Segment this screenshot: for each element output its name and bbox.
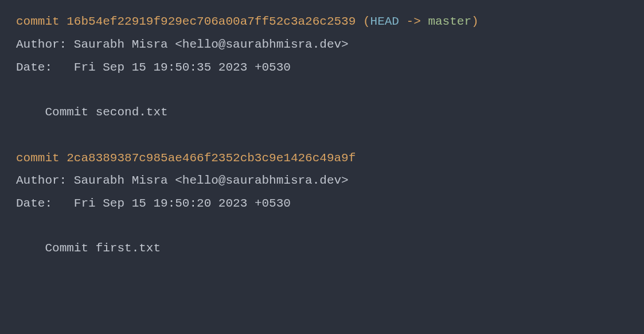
author-line: Author: Saurabh Misra <hello@saurabhmisr… <box>16 33 628 56</box>
message-indent <box>16 106 45 119</box>
author-label: Author: <box>16 174 74 187</box>
author-line: Author: Saurabh Misra <hello@saurabhmisr… <box>16 169 628 192</box>
commit-hash-line: commit 2ca8389387c985ae466f2352cb3c9e142… <box>16 147 628 170</box>
commit-message-line: Commit second.txt <box>16 101 628 124</box>
author-label: Author: <box>16 38 74 51</box>
message-indent <box>16 242 45 255</box>
commit-entry: commit 16b54ef22919f929ec706a00a7ff52c3a… <box>16 10 628 124</box>
commit-label: commit <box>16 15 67 28</box>
commit-message: Commit first.txt <box>45 242 161 255</box>
commit-message: Commit second.txt <box>45 106 167 119</box>
date-label: Date: <box>16 61 74 74</box>
head-ref: HEAD <box>370 15 399 28</box>
date-label: Date: <box>16 197 74 210</box>
ref-close-paren: ) <box>471 15 479 28</box>
commit-message-line: Commit first.txt <box>16 237 628 260</box>
commit-hash: 16b54ef22919f929ec706a00a7ff52c3a26c2539 <box>67 15 356 28</box>
ref-arrow: -> <box>399 15 428 28</box>
date-value: Fri Sep 15 19:50:20 2023 +0530 <box>74 197 291 210</box>
branch-ref: master <box>428 15 471 28</box>
commit-hash-line: commit 16b54ef22919f929ec706a00a7ff52c3a… <box>16 10 628 33</box>
date-line: Date: Fri Sep 15 19:50:35 2023 +0530 <box>16 56 628 79</box>
author-value: Saurabh Misra <hello@saurabhmisra.dev> <box>74 174 349 187</box>
ref-open-paren: ( <box>356 15 370 28</box>
commit-entry: commit 2ca8389387c985ae466f2352cb3c9e142… <box>16 147 628 261</box>
date-line: Date: Fri Sep 15 19:50:20 2023 +0530 <box>16 192 628 215</box>
date-value: Fri Sep 15 19:50:35 2023 +0530 <box>74 61 291 74</box>
commit-label: commit <box>16 152 67 165</box>
author-value: Saurabh Misra <hello@saurabhmisra.dev> <box>74 38 349 51</box>
commit-hash: 2ca8389387c985ae466f2352cb3c9e1426c49a9f <box>67 152 356 165</box>
